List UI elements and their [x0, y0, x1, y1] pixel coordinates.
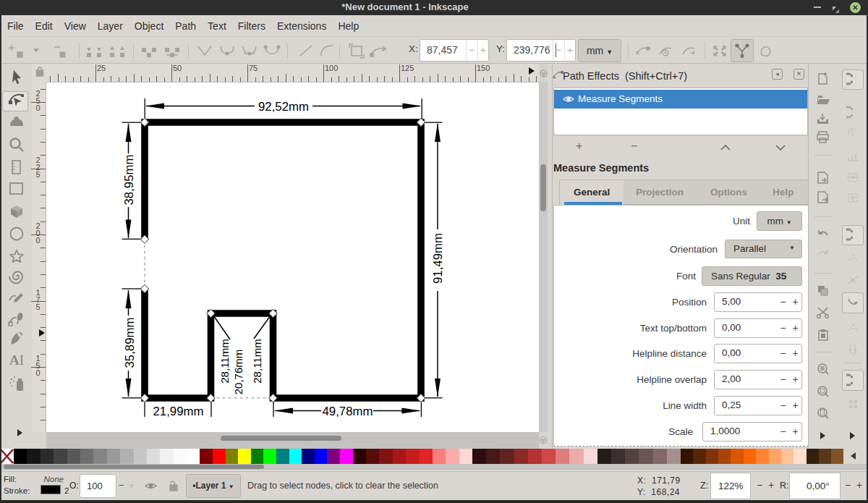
svg-text:35,89mm: 35,89mm: [123, 318, 137, 368]
svg-text:20,76mm: 20,76mm: [232, 350, 244, 395]
svg-text:92,52mm: 92,52mm: [258, 100, 309, 114]
svg-text:28,11mm: 28,11mm: [251, 339, 263, 383]
svg-text:91,49mm: 91,49mm: [431, 233, 445, 284]
svg-text:49,78mm: 49,78mm: [323, 405, 373, 418]
svg-text:21,99mm: 21,99mm: [153, 405, 204, 418]
svg-text:38,95mm: 38,95mm: [122, 155, 136, 206]
svg-text:28,11mm: 28,11mm: [218, 339, 231, 383]
